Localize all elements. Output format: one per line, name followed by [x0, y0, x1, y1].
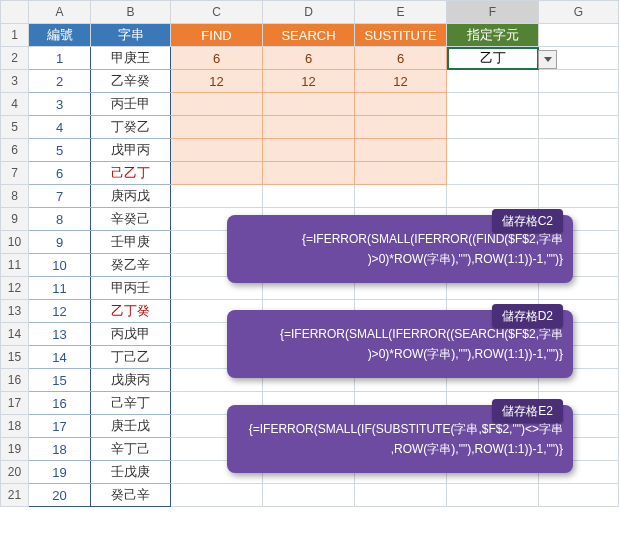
row-header[interactable]: 6 — [1, 139, 29, 162]
cell-A[interactable]: 14 — [29, 346, 91, 369]
dropdown-icon[interactable] — [538, 50, 557, 69]
cell[interactable] — [539, 70, 619, 93]
col-header-E[interactable]: E — [355, 1, 447, 24]
cell-B[interactable]: 丁癸乙 — [91, 116, 171, 139]
header-cell-D[interactable]: SEARCH — [263, 24, 355, 47]
cell-A[interactable]: 15 — [29, 369, 91, 392]
cell-E[interactable] — [355, 185, 447, 208]
row-header[interactable]: 4 — [1, 93, 29, 116]
cell-B[interactable]: 戊甲丙 — [91, 139, 171, 162]
row-header[interactable]: 17 — [1, 392, 29, 415]
cell[interactable] — [447, 116, 539, 139]
cell-A[interactable]: 9 — [29, 231, 91, 254]
cell-B[interactable]: 甲庚王 — [91, 47, 171, 70]
cell[interactable] — [539, 24, 619, 47]
row-header[interactable]: 18 — [1, 415, 29, 438]
cell-B[interactable]: 甲丙壬 — [91, 277, 171, 300]
cell-A[interactable]: 19 — [29, 461, 91, 484]
cell[interactable] — [539, 185, 619, 208]
cell-B[interactable]: 丙戊甲 — [91, 323, 171, 346]
cell-F2[interactable]: 乙丁 — [447, 47, 539, 70]
cell-C[interactable]: 6 — [171, 47, 263, 70]
col-header-F[interactable]: F — [447, 1, 539, 24]
cell-E[interactable]: 12 — [355, 70, 447, 93]
cell-A[interactable]: 13 — [29, 323, 91, 346]
header-cell-A[interactable]: 編號 — [29, 24, 91, 47]
header-cell-B[interactable]: 字串 — [91, 24, 171, 47]
row-header[interactable]: 11 — [1, 254, 29, 277]
cell-C[interactable] — [171, 116, 263, 139]
cell-A[interactable]: 6 — [29, 162, 91, 185]
cell-D[interactable] — [263, 162, 355, 185]
cell-B[interactable]: 癸己辛 — [91, 484, 171, 507]
row-header[interactable]: 5 — [1, 116, 29, 139]
cell-A[interactable]: 5 — [29, 139, 91, 162]
row-header[interactable]: 13 — [1, 300, 29, 323]
cell-E[interactable] — [355, 139, 447, 162]
cell-A[interactable]: 20 — [29, 484, 91, 507]
cell-B[interactable]: 乙丁癸 — [91, 300, 171, 323]
row-header[interactable]: 7 — [1, 162, 29, 185]
cell-E[interactable] — [355, 93, 447, 116]
cell-A[interactable]: 7 — [29, 185, 91, 208]
cell-A[interactable]: 8 — [29, 208, 91, 231]
cell-B[interactable]: 庚丙戊 — [91, 185, 171, 208]
cell-E[interactable] — [355, 484, 447, 507]
cell-E[interactable] — [355, 116, 447, 139]
cell-E[interactable]: 6 — [355, 47, 447, 70]
cell[interactable] — [447, 185, 539, 208]
cell-A[interactable]: 18 — [29, 438, 91, 461]
cell[interactable] — [539, 139, 619, 162]
cell-D[interactable] — [263, 116, 355, 139]
cell-B[interactable]: 壬戊庚 — [91, 461, 171, 484]
header-cell-F[interactable]: 指定字元 — [447, 24, 539, 47]
select-all-corner[interactable] — [1, 1, 29, 24]
cell-B[interactable]: 癸乙辛 — [91, 254, 171, 277]
row-header[interactable]: 21 — [1, 484, 29, 507]
cell-A[interactable]: 10 — [29, 254, 91, 277]
cell[interactable] — [447, 93, 539, 116]
cell-D[interactable] — [263, 139, 355, 162]
cell-E[interactable] — [355, 162, 447, 185]
cell-B[interactable]: 庚壬戊 — [91, 415, 171, 438]
cell[interactable] — [447, 139, 539, 162]
cell-B[interactable]: 己乙丁 — [91, 162, 171, 185]
cell-B[interactable]: 戊庚丙 — [91, 369, 171, 392]
row-header[interactable]: 9 — [1, 208, 29, 231]
cell-A[interactable]: 16 — [29, 392, 91, 415]
col-header-A[interactable]: A — [29, 1, 91, 24]
row-header[interactable]: 12 — [1, 277, 29, 300]
header-cell-E[interactable]: SUSTITUTE — [355, 24, 447, 47]
cell[interactable] — [447, 70, 539, 93]
cell-A[interactable]: 12 — [29, 300, 91, 323]
col-header-D[interactable]: D — [263, 1, 355, 24]
cell-C[interactable] — [171, 162, 263, 185]
cell[interactable] — [539, 162, 619, 185]
cell-B[interactable]: 丁己乙 — [91, 346, 171, 369]
cell[interactable] — [539, 484, 619, 507]
cell-D[interactable] — [263, 93, 355, 116]
cell-B[interactable]: 丙壬甲 — [91, 93, 171, 116]
header-cell-C[interactable]: FIND — [171, 24, 263, 47]
cell-C[interactable] — [171, 484, 263, 507]
cell-B[interactable]: 辛癸己 — [91, 208, 171, 231]
row-header[interactable]: 10 — [1, 231, 29, 254]
cell-D[interactable] — [263, 484, 355, 507]
cell-D[interactable] — [263, 185, 355, 208]
cell-B[interactable]: 乙辛癸 — [91, 70, 171, 93]
row-header[interactable]: 20 — [1, 461, 29, 484]
cell-C[interactable] — [171, 185, 263, 208]
cell-B[interactable]: 辛丁己 — [91, 438, 171, 461]
cell[interactable] — [447, 162, 539, 185]
row-header[interactable]: 1 — [1, 24, 29, 47]
cell-A[interactable]: 2 — [29, 70, 91, 93]
row-header[interactable]: 15 — [1, 346, 29, 369]
cell-A[interactable]: 17 — [29, 415, 91, 438]
cell-C[interactable] — [171, 139, 263, 162]
cell-B[interactable]: 己辛丁 — [91, 392, 171, 415]
cell[interactable] — [539, 116, 619, 139]
row-header[interactable]: 8 — [1, 185, 29, 208]
cell-D[interactable]: 6 — [263, 47, 355, 70]
cell-D[interactable]: 12 — [263, 70, 355, 93]
row-header[interactable]: 19 — [1, 438, 29, 461]
